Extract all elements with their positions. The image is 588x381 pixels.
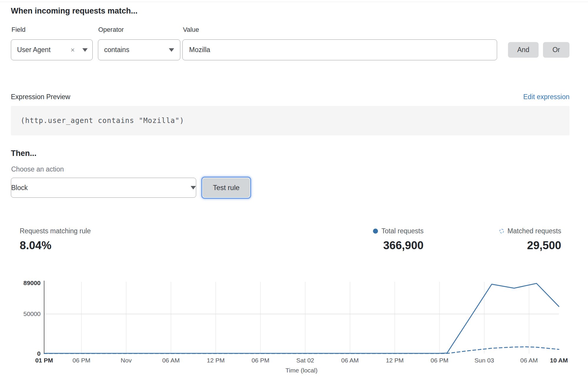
x-tick-label: 06 PM	[431, 357, 449, 364]
and-button[interactable]: And	[508, 42, 539, 58]
value-label: Value	[183, 26, 199, 34]
x-tick-label: 06 PM	[251, 357, 269, 364]
stat-matched-label: Matched requests	[507, 227, 561, 235]
matched-requests-legend-icon	[499, 229, 504, 233]
stat-total-requests: Total requests 366,900	[373, 227, 424, 252]
x-tick-label: 01 PM	[35, 357, 53, 364]
y-tick-label: 50000	[24, 310, 41, 317]
firewall-rule-page: When incoming requests match... Field Op…	[0, 0, 588, 381]
x-tick-label: Nov	[121, 357, 132, 364]
requests-chart-svg: 8900050000001 PM06 PMNov06 AM12 PM06 PMS…	[12, 277, 574, 378]
x-tick-label: 06 AM	[341, 357, 359, 364]
chevron-down-icon[interactable]	[82, 48, 88, 52]
x-tick-label: 06 AM	[162, 357, 180, 364]
chevron-down-icon[interactable]	[191, 186, 196, 189]
operator-select[interactable]: contains	[98, 39, 180, 60]
stat-total-label: Total requests	[382, 227, 424, 235]
expression-preview-box: (http.user_agent contains "Mozilla")	[11, 106, 569, 135]
total-requests-line	[44, 283, 559, 353]
action-select-value: Block	[11, 184, 28, 192]
stat-requests-matching: Requests matching rule 8.04%	[20, 227, 91, 252]
expression-code: (http.user_agent contains "Mozilla")	[21, 117, 184, 125]
expression-preview-label: Expression Preview	[11, 93, 70, 101]
action-select[interactable]: Block	[11, 178, 196, 198]
field-select-value: User Agent	[17, 46, 51, 54]
y-tick-label: 89000	[24, 279, 41, 286]
matched-requests-line	[44, 347, 559, 354]
x-axis-title: Time (local)	[286, 367, 318, 374]
stat-matching-label: Requests matching rule	[20, 227, 91, 235]
top-divider	[0, 2, 588, 2]
page-title: When incoming requests match...	[11, 6, 138, 16]
stat-matched-value: 29,500	[499, 239, 561, 252]
x-tick-label: 12 PM	[207, 357, 225, 364]
operator-label: Operator	[98, 26, 124, 34]
test-rule-button[interactable]: Test rule	[202, 178, 250, 198]
operator-select-value: contains	[104, 46, 129, 54]
stat-matching-value: 8.04%	[20, 239, 91, 252]
requests-chart: 8900050000001 PM06 PMNov06 AM12 PM06 PMS…	[12, 277, 574, 378]
x-tick-label: Sun 03	[474, 357, 494, 364]
then-heading: Then...	[11, 149, 36, 158]
x-tick-label: 06 AM	[520, 357, 538, 364]
x-tick-label: Sat 02	[296, 357, 314, 364]
choose-action-label: Choose an action	[11, 165, 64, 173]
edit-expression-link[interactable]: Edit expression	[523, 93, 569, 101]
clear-icon[interactable]: ×	[71, 46, 75, 54]
x-tick-label: 06 PM	[72, 357, 90, 364]
x-tick-label: 12 PM	[386, 357, 404, 364]
y-tick-label: 0	[37, 350, 41, 357]
value-input[interactable]	[182, 39, 497, 60]
stat-total-value: 366,900	[373, 239, 424, 252]
stat-matched-requests: Matched requests 29,500	[499, 227, 561, 252]
x-tick-label: 10 AM	[550, 357, 568, 364]
field-select[interactable]: User Agent ×	[11, 39, 93, 60]
or-button[interactable]: Or	[543, 42, 569, 58]
chevron-down-icon[interactable]	[169, 48, 174, 52]
total-requests-legend-icon	[373, 229, 378, 234]
field-label: Field	[11, 26, 26, 34]
